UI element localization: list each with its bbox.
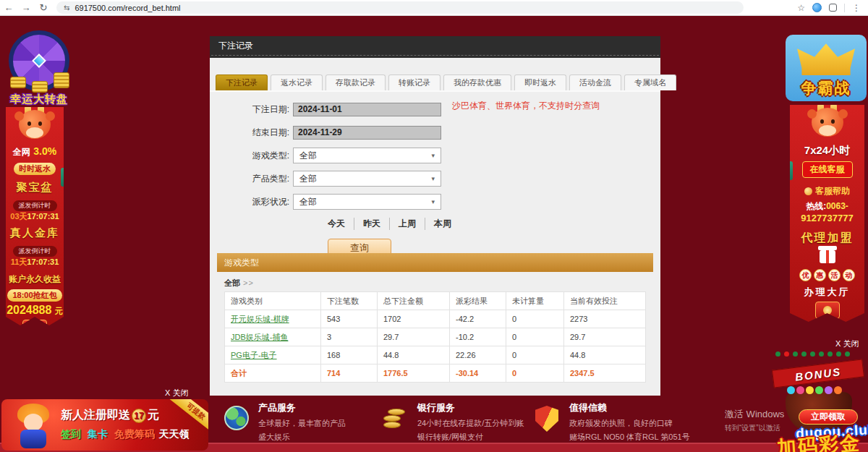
carousel-dot-active[interactable]	[784, 351, 789, 357]
game-link-jdb[interactable]: JDB娱乐城-捕鱼	[231, 333, 288, 341]
cell-value: 2273	[564, 310, 646, 328]
total-value: 0	[506, 364, 564, 383]
coins-icon	[383, 406, 410, 432]
quick-link-yesterday[interactable]: 昨天	[354, 218, 390, 230]
close-newbie-banner-button[interactable]: X 关闭	[165, 388, 188, 398]
game-type-label: 游戏类型:	[244, 150, 289, 162]
cell-value: 1702	[378, 310, 450, 328]
url-bar[interactable]: ⇆ 6917500.com/record_bet.html	[56, 1, 744, 14]
start-date-input[interactable]: 2024-11-01	[293, 103, 441, 116]
quick-link-last-week[interactable]: 上周	[390, 218, 425, 230]
product-type-label: 产品类型:	[244, 173, 289, 185]
carousel-dot[interactable]	[827, 351, 833, 357]
product-type-select[interactable]: 全部 ▾	[293, 171, 441, 187]
coin-stack-icon	[54, 72, 69, 88]
close-bonus-banner-button[interactable]: X 关闭	[835, 338, 859, 349]
agent-join-title: 代理加盟	[790, 231, 864, 246]
game-type-section-header: 游戏类型	[217, 253, 653, 272]
coin-stack-icon	[10, 77, 26, 88]
filter-all-link[interactable]: 全部>>	[224, 278, 254, 289]
menu-dots-icon[interactable]: ⋮	[852, 3, 861, 13]
tab-bet-records[interactable]: 下注记录	[216, 74, 268, 90]
bookmark-star-icon[interactable]: ☆	[797, 3, 805, 13]
game-link-pg[interactable]: PG电子-电子	[231, 351, 277, 359]
tab-transfer-records[interactable]: 转账记录	[388, 74, 441, 90]
table-row: PG电子-电子 168 44.8 22.26 0 44.8	[225, 346, 646, 364]
cell-value: -10.2	[450, 328, 506, 346]
battle-event-banner[interactable]: 争霸战	[786, 35, 867, 101]
carousel-dot[interactable]	[836, 351, 841, 357]
bonus-big-text: 加码彩金	[769, 429, 868, 452]
reload-icon[interactable]: ↻	[35, 2, 52, 13]
total-value: 714	[321, 364, 378, 383]
service-help-label: 客服帮助	[815, 185, 850, 197]
cell-value: 0	[506, 310, 564, 328]
wheel-title: 幸运大转盘	[3, 93, 75, 106]
claim-now-button[interactable]: 立即领取	[799, 409, 858, 425]
close-service-banner-button[interactable]: ⊗关闭	[809, 324, 845, 336]
game-type-select[interactable]: 全部 ▾	[293, 148, 441, 163]
table-row: 开元娱乐城-棋牌 543 1702 -42.2 0 2273	[225, 310, 646, 328]
footer-title: 产品服务	[258, 401, 346, 414]
cell-value: 44.8	[378, 346, 450, 364]
forward-icon[interactable]: →	[17, 2, 35, 13]
countdown-label: 派发倒计时	[13, 200, 57, 211]
cell-value: 543	[321, 310, 378, 328]
online-service-pill[interactable]: 在线客服	[802, 161, 853, 178]
carousel-dot[interactable]	[793, 351, 798, 357]
countdown-label: 派发倒计时	[13, 246, 57, 257]
cell-value: 22.26	[450, 346, 506, 364]
chevron-down-icon: ▾	[431, 152, 435, 159]
rebate-promo-banner[interactable]: 全网 3.0% 时时返水 聚宝盆 派发倒计时 03天17:07:31 真人金库 …	[6, 107, 64, 325]
tab-instant-rebate[interactable]: 即时返水	[514, 74, 566, 90]
carousel-dot[interactable]	[810, 351, 815, 357]
service-promo-banner[interactable]: 7x24小时 在线客服 客服帮助 热线:0063- 9127737777 代理加…	[790, 105, 864, 322]
footer-line: 盛大娱乐	[258, 430, 346, 444]
tab-deposit-promos[interactable]: 我的存款优惠	[443, 74, 511, 90]
bonus-jackpot-banner[interactable]: BONUS 立即领取 dugou.club 加码彩金	[765, 360, 868, 452]
end-date-input[interactable]: 2024-11-29	[293, 126, 441, 140]
newbie-headline: 新人注册即送 17 元	[61, 408, 159, 423]
quick-link-today[interactable]: 今天	[328, 218, 354, 230]
footer-title: 值得信赖	[569, 401, 690, 414]
game-type-value: 全部	[299, 150, 317, 162]
carousel-dot[interactable]	[775, 351, 780, 357]
service-coin-icon	[804, 187, 812, 195]
lucky-wheel-banner[interactable]: 幸运大转盘	[3, 30, 75, 106]
end-date-label: 结束日期:	[244, 127, 289, 139]
tab-deposit-withdraw-records[interactable]: 存取款记录	[326, 74, 386, 90]
crown-icon	[797, 42, 855, 75]
tassel-decoration	[61, 168, 67, 187]
close-rebate-banner-button[interactable]: ⊗关闭	[17, 343, 52, 355]
hero-mascot	[12, 404, 56, 451]
site-info-icon[interactable]: ⇆	[64, 4, 69, 12]
quick-link-this-week[interactable]: 本周	[425, 218, 460, 230]
filter-all-arrows: >>	[243, 278, 254, 287]
cell-value: -42.2	[450, 310, 506, 328]
sports-query-note: 沙巴体育、世界体育，不支持时分查询	[452, 100, 600, 112]
extension-globe-icon[interactable]	[812, 3, 822, 12]
dragon-mascot	[13, 106, 56, 145]
downloads-icon[interactable]	[829, 4, 837, 12]
carousel-dot[interactable]	[845, 351, 850, 357]
tab-exclusive-domain[interactable]: 专属域名	[624, 74, 676, 90]
bonus-ribbon: BONUS	[772, 359, 864, 388]
carousel-dot[interactable]	[801, 351, 807, 357]
carousel-dot[interactable]	[819, 351, 824, 357]
col-bet-count: 下注笔数	[321, 292, 378, 310]
tab-rebate-records[interactable]: 返水记录	[271, 74, 323, 90]
newbie-bonus-banner[interactable]: 新人注册即送 17 元 签到 集卡 免费筹码 天天领 可提款	[1, 399, 208, 451]
cell-value: 29.7	[378, 328, 450, 346]
browser-chrome: ← → ↻ ⇆ 6917500.com/record_bet.html ☆ ⋮	[0, 0, 868, 16]
promo-activity-circles: 优 惠 活 动	[790, 269, 864, 281]
tab-activity-flow[interactable]: 活动金流	[569, 74, 621, 90]
treasure-pot-title: 聚宝盆	[6, 181, 64, 195]
query-form: 下注日期: 2024-11-01 结束日期: 2024-11-29 游戏类型: …	[210, 92, 660, 257]
bet-record-panel: 下注记录 下注记录 返水记录 存取款记录 转账记录 我的存款优惠 即时返水 活动…	[210, 36, 660, 396]
rebate-pill: 时时返水	[14, 163, 56, 175]
game-link-kaiyuan[interactable]: 开元娱乐城-棋牌	[231, 315, 289, 323]
rebate-net-label: 全网	[13, 147, 30, 157]
payout-status-select[interactable]: 全部 ▾	[293, 194, 441, 210]
gem-icon	[32, 54, 46, 68]
back-icon[interactable]: ←	[0, 2, 17, 13]
